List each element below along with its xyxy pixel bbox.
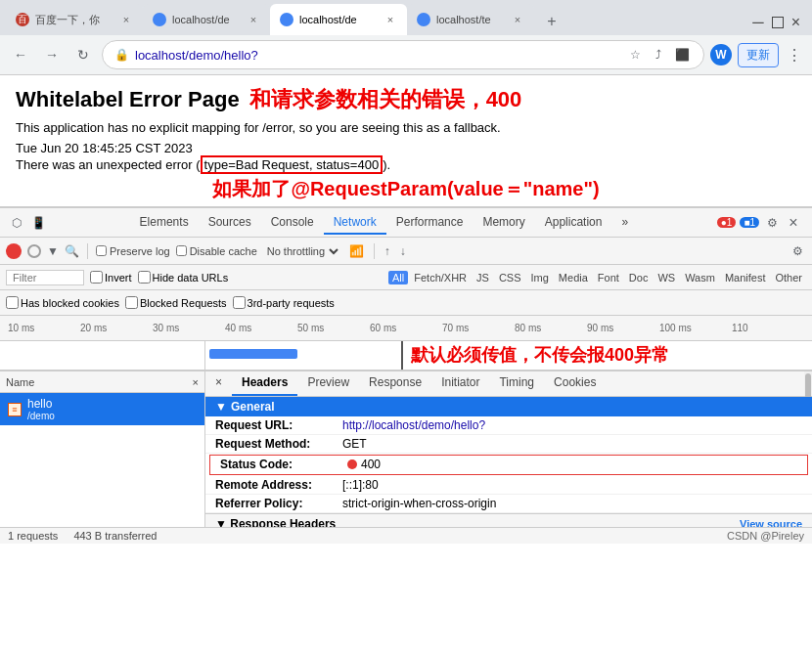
tab-network[interactable]: Network	[324, 211, 386, 235]
profile-icon[interactable]: W	[710, 44, 732, 66]
throttle-select[interactable]: No throttling Fast 3G Slow 3G	[263, 244, 341, 258]
cast-icon[interactable]: ⬛	[672, 45, 692, 65]
timeline-label-40ms: 40 ms	[225, 323, 297, 333]
timeline-labels: 10 ms 20 ms 30 ms 40 ms 50 ms 60 ms 70 m…	[0, 323, 812, 333]
url-bar[interactable]: 🔒 localhost/demo/hello? ☆ ⤴ ⬛	[102, 40, 704, 69]
view-source-link[interactable]: View source	[740, 518, 802, 527]
invert-checkbox[interactable]: Invert	[90, 271, 132, 284]
annotation2: 如果加了@RequestParam(value＝"name")	[16, 176, 796, 202]
filter-type-other[interactable]: Other	[771, 271, 806, 284]
has-blocked-cookies-checkbox[interactable]: Has blocked cookies	[6, 296, 119, 309]
filter-type-fetch[interactable]: Fetch/XHR	[410, 271, 471, 284]
filter-icon[interactable]: ▼	[47, 244, 59, 258]
details-tab-timing[interactable]: Timing	[489, 371, 544, 396]
more-icon[interactable]: ⋮	[785, 45, 804, 65]
tab-localhost-te[interactable]: localhost/te ×	[407, 4, 534, 35]
timeline-label-70ms: 70 ms	[442, 323, 515, 333]
blocked-requests-checkbox[interactable]: Blocked Requests	[125, 296, 227, 309]
tab-sources[interactable]: Sources	[199, 211, 261, 235]
upload-icon[interactable]: ↑	[383, 244, 392, 258]
settings-gear-icon[interactable]: ⚙	[789, 242, 806, 260]
third-party-checkbox[interactable]: 3rd-party requests	[233, 296, 335, 309]
filter-type-manifest[interactable]: Manifest	[721, 271, 770, 284]
forward-button[interactable]: →	[39, 42, 65, 67]
stop-button[interactable]	[27, 244, 41, 258]
response-headers-section[interactable]: ▼ Response Headers View source	[205, 513, 812, 527]
filter-type-img[interactable]: Img	[527, 271, 553, 284]
filter-type-css[interactable]: CSS	[495, 271, 525, 284]
timeline-section: 10 ms 20 ms 30 ms 40 ms 50 ms 60 ms 70 m…	[0, 316, 812, 371]
filter-type-wasm[interactable]: Wasm	[681, 271, 719, 284]
tab-close-4[interactable]: ×	[511, 13, 524, 26]
settings-icon[interactable]: ⚙	[763, 214, 781, 232]
hide-data-urls-checkbox[interactable]: Hide data URLs	[138, 271, 229, 284]
filter-type-doc[interactable]: Doc	[625, 271, 653, 284]
globe-icon-1	[153, 13, 166, 26]
minimize-button[interactable]: ─	[748, 14, 767, 31]
tab-localhost-us[interactable]: localhost/de ×	[143, 4, 270, 35]
tab-close-2[interactable]: ×	[247, 13, 260, 26]
scrollbar-v	[804, 371, 812, 396]
back-button[interactable]: ←	[8, 42, 33, 67]
details-tab-preview[interactable]: Preview	[297, 371, 359, 396]
tab-close-3[interactable]: ×	[383, 13, 397, 26]
tab-memory[interactable]: Memory	[473, 211, 534, 235]
page-timestamp: Tue Jun 20 18:45:25 CST 2023	[16, 141, 796, 155]
download-icon[interactable]: ↓	[398, 244, 408, 258]
details-tab-response[interactable]: Response	[359, 371, 431, 396]
general-section-header[interactable]: ▼ General	[205, 397, 812, 416]
request-name: hello /demo	[27, 397, 55, 421]
filter-type-ws[interactable]: WS	[654, 271, 679, 284]
method-label: Request Method:	[215, 437, 342, 451]
record-button[interactable]	[6, 243, 22, 259]
details-tab-cookies[interactable]: Cookies	[544, 371, 606, 396]
details-tab-close[interactable]: ×	[205, 371, 232, 396]
filter-type-media[interactable]: Media	[555, 271, 592, 284]
share-icon[interactable]: ⤴	[649, 45, 668, 65]
filter-input[interactable]	[6, 270, 84, 285]
maximize-button[interactable]	[772, 17, 784, 28]
request-item-hello[interactable]: ≡ hello /demo	[0, 393, 204, 425]
tab-localhost-demo[interactable]: localhost/de ×	[270, 4, 407, 35]
filter-type-all[interactable]: All	[388, 271, 408, 284]
transferred-size: 443 B transferred	[73, 530, 157, 542]
tab-more[interactable]: »	[611, 211, 638, 235]
preserve-log-checkbox[interactable]: Preserve log	[96, 245, 170, 257]
filter-type-font[interactable]: Font	[594, 271, 623, 284]
details-tab-headers[interactable]: Headers	[232, 371, 297, 396]
wifi-icon[interactable]: 📶	[347, 244, 366, 258]
address-value: [::1]:80	[342, 478, 379, 492]
status-code: 400	[361, 458, 381, 471]
update-button[interactable]: 更新	[738, 43, 779, 67]
detail-row-url: Request URL: http://localhost/demo/hello…	[205, 416, 812, 435]
details-tab-initiator[interactable]: Initiator	[431, 371, 489, 396]
disable-cache-checkbox[interactable]: Disable cache	[176, 245, 257, 257]
tab-close-baidu[interactable]: ×	[119, 13, 133, 26]
bookmark-icon[interactable]: ☆	[625, 45, 645, 65]
timeline-label-20ms: 20 ms	[80, 323, 153, 333]
refresh-button[interactable]: ↻	[70, 42, 96, 67]
waterfall-empty	[0, 341, 205, 370]
tab-performance[interactable]: Performance	[386, 211, 474, 235]
filter-type-js[interactable]: JS	[473, 271, 493, 284]
name-column-header: Name	[6, 376, 34, 388]
search-icon[interactable]: 🔍	[65, 244, 79, 258]
mobile-icon[interactable]: 📱	[29, 214, 47, 232]
devtools-close-icon[interactable]: ×	[785, 214, 802, 232]
error-subtitle: 和请求参数相关的错误，400	[249, 85, 522, 114]
request-path: /demo	[27, 411, 55, 421]
timeline-marker	[401, 341, 403, 370]
address-label: Remote Address:	[215, 478, 342, 492]
tab-application[interactable]: Application	[535, 211, 612, 235]
tab-elements[interactable]: Elements	[130, 211, 199, 235]
close-button[interactable]: ×	[788, 14, 804, 31]
status-red-circle	[347, 459, 357, 469]
close-panel-icon[interactable]: ×	[193, 376, 199, 388]
tab-baidu[interactable]: 百 百度一下，你 ×	[6, 4, 143, 35]
new-tab-button[interactable]: +	[538, 8, 565, 35]
address-bar: ← → ↻ 🔒 localhost/demo/hello? ☆ ⤴ ⬛ W 更新…	[0, 35, 812, 74]
tab-console[interactable]: Console	[261, 211, 324, 235]
annotation3: 默认必须传值，不传会报400异常	[411, 343, 669, 367]
detail-row-address: Remote Address: [::1]:80	[205, 476, 812, 495]
inspect-icon[interactable]: ⬡	[8, 214, 25, 232]
